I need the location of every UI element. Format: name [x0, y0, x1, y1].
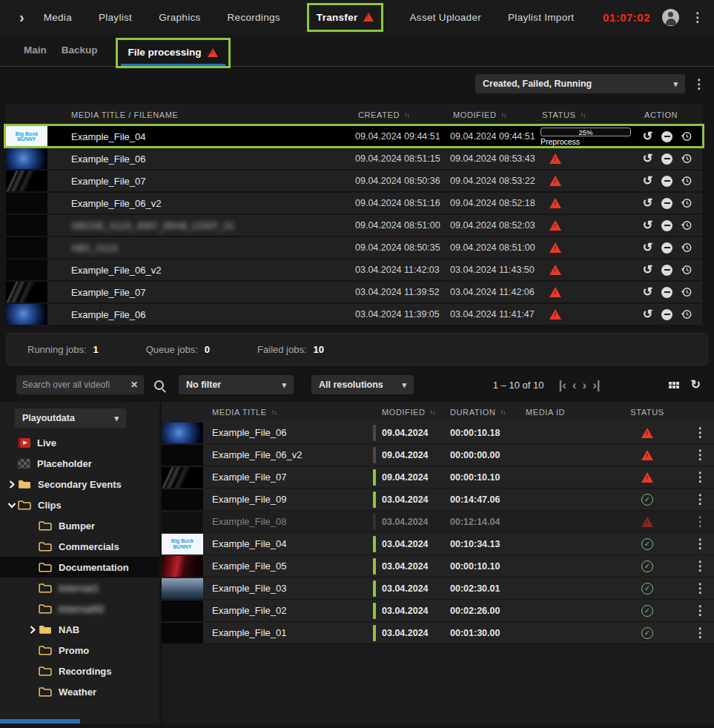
root-select[interactable]: Playoutdata ▾ [15, 408, 126, 428]
sort-icon[interactable]: ↑↓ [580, 111, 585, 119]
tree-item-clips[interactable]: Clips [0, 494, 159, 515]
history-icon[interactable] [680, 308, 692, 321]
media-row[interactable]: Example_File_05 03.04.2024 00:00:10.10 ✓… [162, 555, 714, 578]
tab-main[interactable]: Main [16, 44, 54, 66]
media-row[interactable]: Big BuckBUNNY Example_File_04 03.04.2024… [162, 533, 714, 555]
tree-item-nab[interactable]: NAB [0, 619, 159, 640]
tree-item-internal02[interactable]: Internal02 [0, 598, 159, 619]
horizontal-scrollbar[interactable] [0, 719, 80, 724]
nav-media[interactable]: Media [44, 12, 72, 23]
history-icon[interactable] [680, 286, 692, 299]
media-row[interactable]: Example_File_07 09.04.2024 00:00:10.10 ⋮ [162, 466, 714, 489]
row-kebab-menu[interactable]: ⋮ [686, 537, 714, 550]
resolution-select[interactable]: All resolutions ▾ [311, 375, 414, 394]
prev-page-icon[interactable]: ‹ [571, 379, 578, 391]
cancel-icon[interactable] [661, 242, 673, 254]
tree-item-bumper[interactable]: Bumper [0, 515, 159, 536]
row-kebab-menu[interactable]: ⋮ [686, 449, 714, 461]
tab-backup[interactable]: Backup [54, 44, 105, 66]
nav-playlist-import[interactable]: Playlist Import [508, 12, 574, 23]
retry-icon[interactable]: ↺ [641, 153, 654, 165]
history-icon[interactable] [680, 153, 692, 165]
tree-item-secondary-events[interactable]: Secondary Events [0, 474, 159, 494]
sort-icon[interactable]: ↑↓ [430, 408, 435, 416]
last-page-icon[interactable]: ›| [591, 379, 601, 391]
tree-item-recordings[interactable]: Recordings [0, 661, 159, 681]
expand-sidebar-icon[interactable]: › [19, 9, 24, 26]
row-kebab-menu[interactable]: ⋮ [686, 604, 714, 617]
transfer-row[interactable]: ABCDE_0123_4567_89AB_CDEF_01 09.04.2024 … [6, 215, 702, 237]
transfer-row[interactable]: Example_File_07 09.04.2024 08:50:36 09.0… [6, 171, 702, 193]
refresh-icon[interactable]: ↻ [691, 379, 701, 391]
retry-icon[interactable]: ↺ [641, 286, 654, 299]
cancel-icon[interactable] [661, 286, 673, 299]
media-row[interactable]: Example_File_03 03.04.2024 00:02:30.01 ✓… [162, 578, 714, 600]
grid-view-icon[interactable] [669, 382, 679, 388]
nav-transfer[interactable]: Transfer [317, 12, 374, 23]
media-row[interactable]: Example_File_02 03.04.2024 00:02:26.00 ✓… [162, 600, 714, 622]
next-page-icon[interactable]: › [581, 379, 589, 391]
row-kebab-menu[interactable]: ⋮ [686, 426, 714, 439]
nav-graphics[interactable]: Graphics [159, 12, 200, 23]
media-row[interactable]: Example_File_09 03.04.2024 00:14:47.06 ✓… [162, 489, 714, 511]
user-avatar[interactable] [662, 9, 679, 26]
tree-item-documentation[interactable]: Documentation [0, 557, 159, 578]
history-icon[interactable] [680, 197, 692, 210]
media-row[interactable]: Example_File_01 03.04.2024 00:01:30.00 ✓… [162, 622, 714, 644]
cancel-icon[interactable] [661, 197, 673, 210]
transfer-row[interactable]: Example_File_06_v2 03.04.2024 11:42:03 0… [6, 259, 702, 282]
transfer-row[interactable]: Example_File_06 03.04.2024 11:39:05 03.0… [6, 304, 702, 326]
tree-item-placeholder[interactable]: Placeholder [0, 453, 159, 474]
history-icon[interactable] [680, 130, 692, 143]
history-icon[interactable] [680, 175, 692, 188]
sort-icon[interactable]: ↑↓ [271, 408, 277, 416]
row-kebab-menu[interactable]: ⋮ [686, 626, 714, 639]
cancel-icon[interactable] [661, 219, 673, 232]
retry-icon[interactable]: ↺ [641, 130, 654, 143]
cancel-icon[interactable] [661, 153, 673, 165]
retry-icon[interactable]: ↺ [641, 242, 654, 254]
row-kebab-menu[interactable]: ⋮ [686, 493, 714, 506]
search-input[interactable] [22, 380, 128, 390]
clear-search-icon[interactable]: ✕ [130, 380, 138, 390]
cancel-icon[interactable] [661, 130, 673, 143]
row-kebab-menu[interactable]: ⋮ [686, 582, 714, 595]
retry-icon[interactable]: ↺ [641, 219, 654, 232]
media-row[interactable]: Example_File_08 03.04.2024 00:12:14.04 ⋮ [162, 511, 714, 533]
tree-item-live[interactable]: ▶Live [0, 432, 159, 453]
status-filter-select[interactable]: Created, Failed, Running ▾ [475, 74, 685, 93]
media-row[interactable]: Example_File_06_v2 09.04.2024 00:00:00.0… [162, 444, 714, 466]
tree-item-commercials[interactable]: Commercials [0, 536, 159, 557]
sort-icon[interactable]: ↑↓ [404, 111, 409, 119]
cancel-icon[interactable] [661, 175, 673, 188]
nav-recordings[interactable]: Recordings [228, 12, 280, 23]
sort-icon[interactable]: ↑↓ [501, 111, 506, 119]
transfer-row[interactable]: ABC_0123 09.04.2024 08:50:35 09.04.2024 … [6, 237, 702, 259]
chevron-right-icon[interactable] [27, 626, 39, 634]
sort-icon[interactable]: ↑↓ [500, 408, 505, 416]
history-icon[interactable] [680, 264, 692, 277]
row-kebab-menu[interactable]: ⋮ [686, 471, 714, 483]
tree-item-promo[interactable]: Promo [0, 640, 159, 661]
nav-playlist[interactable]: Playlist [99, 12, 132, 23]
retry-icon[interactable]: ↺ [641, 197, 654, 210]
history-icon[interactable] [680, 242, 692, 254]
transfer-row[interactable]: Example_File_06_v2 09.04.2024 08:51:16 0… [6, 193, 702, 215]
transfer-row[interactable]: Example_File_06 09.04.2024 08:51:15 09.0… [6, 148, 702, 171]
row-kebab-menu[interactable]: ⋮ [686, 560, 714, 572]
transfer-row[interactable]: Example_File_07 03.04.2024 11:39:52 03.0… [6, 282, 702, 304]
chevron-down-icon[interactable] [6, 501, 18, 509]
retry-icon[interactable]: ↺ [641, 308, 654, 321]
tree-item-weather[interactable]: Weather [0, 681, 159, 702]
chevron-right-icon[interactable] [6, 480, 18, 489]
tab-file-processing[interactable]: File processing [121, 45, 225, 66]
retry-icon[interactable]: ↺ [641, 264, 654, 277]
history-icon[interactable] [680, 219, 692, 232]
cancel-icon[interactable] [661, 264, 673, 277]
search-icon[interactable] [154, 380, 164, 390]
filter-select[interactable]: No filter ▾ [179, 375, 294, 394]
media-row[interactable]: Example_File_06 09.04.2024 00:00:10.18 ⋮ [162, 422, 714, 444]
nav-kebab-menu[interactable]: ⋮ [691, 11, 704, 24]
filter-kebab-menu[interactable]: ⋮ [692, 78, 705, 90]
row-kebab-menu[interactable]: ⋮ [686, 515, 714, 528]
